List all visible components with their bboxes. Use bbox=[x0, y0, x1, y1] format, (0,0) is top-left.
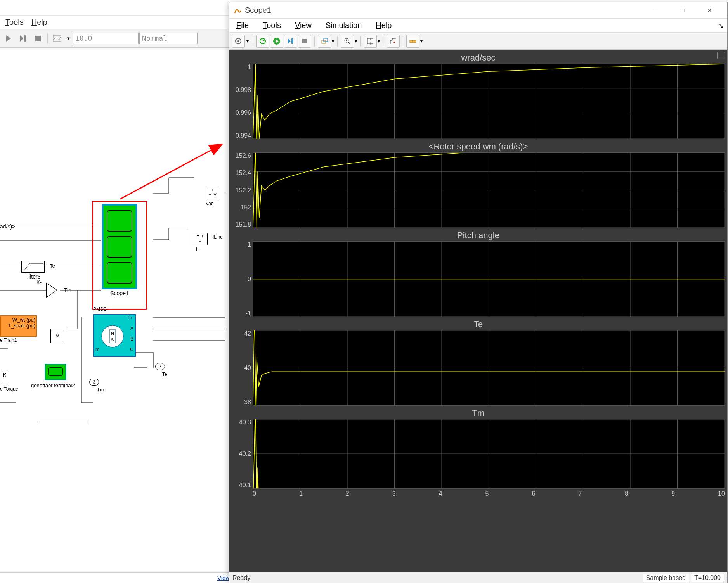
gen-terminal-block[interactable] bbox=[45, 364, 66, 380]
filter3-block[interactable]: Filter3 bbox=[21, 261, 45, 280]
scope-dropdown-icon[interactable]: ▾ bbox=[65, 31, 72, 45]
step-fwd-button[interactable] bbox=[284, 35, 297, 48]
play-button[interactable] bbox=[270, 35, 283, 48]
y-axis-0: 10.9980.9960.994 bbox=[232, 64, 253, 139]
svg-text:+: + bbox=[345, 38, 347, 42]
scope-statusbar: Ready Sample based T=10.000 bbox=[229, 572, 727, 583]
scope1-block[interactable] bbox=[102, 204, 137, 289]
scope-menu-help[interactable]: Help bbox=[372, 20, 395, 31]
zoom-button[interactable]: + bbox=[341, 35, 354, 48]
train-block[interactable]: W_wt (pu) T_shaft (pu) bbox=[0, 315, 37, 337]
pmsg-port-m: m bbox=[95, 347, 99, 352]
gain-block[interactable]: K- bbox=[46, 282, 57, 298]
status-time: T=10.000 bbox=[691, 574, 724, 582]
autoscale-button[interactable] bbox=[364, 35, 377, 48]
chart-box-4[interactable] bbox=[253, 419, 725, 489]
scope-menu-tools[interactable]: Tools bbox=[259, 20, 285, 31]
plot-title-2: Pitch angle bbox=[232, 229, 725, 241]
scope-titlebar[interactable]: Scope1 — □ ✕ bbox=[229, 2, 727, 19]
scope-toolbar: ▾ ▾ + ▾ ▾ ▾ bbox=[229, 33, 727, 50]
svg-rect-2 bbox=[24, 35, 26, 42]
plots-area: wrad/sec10.9980.9960.994<Rotor speed wm … bbox=[229, 50, 727, 572]
plot-2: Pitch angle10-1 bbox=[232, 229, 725, 317]
zoom-dropdown-icon[interactable]: ▾ bbox=[355, 38, 357, 44]
pmsg-port-tm: Tm bbox=[127, 315, 133, 320]
chart-box-3[interactable] bbox=[253, 330, 725, 406]
svg-rect-41 bbox=[410, 40, 416, 43]
plot-title-1: <Rotor speed wm (rad/s)> bbox=[232, 140, 725, 152]
svg-marker-0 bbox=[6, 35, 11, 42]
svg-rect-30 bbox=[291, 38, 293, 44]
stop-sim-button[interactable] bbox=[298, 35, 311, 48]
y-axis-1: 152.6152.4152.2152151.8 bbox=[232, 152, 253, 228]
status-sample: Sample based bbox=[643, 574, 689, 582]
out-port-2[interactable]: 2 bbox=[155, 363, 165, 370]
tm-out-label: Tm bbox=[97, 387, 104, 393]
y-axis-4: 40.340.240.1 bbox=[232, 419, 253, 489]
svg-line-35 bbox=[348, 42, 350, 44]
step-button[interactable] bbox=[16, 31, 30, 45]
menu-help[interactable]: Help bbox=[28, 17, 51, 28]
config-button[interactable] bbox=[232, 35, 245, 48]
y-axis-3: 424038 bbox=[232, 330, 253, 406]
plot-title-4: Tm bbox=[232, 407, 725, 419]
scope-menu-view[interactable]: View bbox=[291, 20, 315, 31]
scope-menu-chevron-icon[interactable]: ↘ bbox=[718, 21, 724, 30]
scope-view-button[interactable] bbox=[50, 31, 64, 45]
autoscale-dropdown-icon[interactable]: ▾ bbox=[378, 38, 380, 44]
menu-help-label: elp bbox=[37, 18, 47, 26]
stop-time-field[interactable] bbox=[73, 33, 139, 44]
stop-button[interactable] bbox=[31, 31, 45, 45]
svg-point-40 bbox=[393, 42, 395, 43]
menu-tools[interactable]: Tools bbox=[2, 17, 28, 28]
scope-menu-file[interactable]: File bbox=[232, 20, 253, 31]
highlight-dropdown-icon[interactable]: ▾ bbox=[332, 38, 334, 44]
sim-mode-field[interactable] bbox=[139, 33, 198, 44]
plot-title-0: wrad/sec bbox=[232, 51, 725, 64]
cursor-button[interactable] bbox=[387, 35, 400, 48]
pmsg-port-a: A bbox=[130, 326, 133, 331]
filter3-label: Filter3 bbox=[21, 273, 45, 280]
matlab-icon bbox=[233, 6, 242, 15]
scope-window: Scope1 — □ ✕ File Tools View Simulation … bbox=[229, 2, 728, 583]
scope-minimize-button[interactable]: — bbox=[642, 3, 669, 18]
chart-box-0[interactable] bbox=[253, 64, 725, 139]
measure-dropdown-icon[interactable]: ▾ bbox=[420, 38, 423, 44]
plot-4: Tm40.340.240.1 bbox=[232, 407, 725, 489]
pmsg-port-c: C bbox=[130, 347, 133, 352]
scope-menu-simulation[interactable]: Simulation bbox=[322, 20, 366, 31]
measure-button[interactable] bbox=[406, 35, 419, 48]
k-block[interactable]: K bbox=[0, 372, 9, 384]
out-port-3[interactable]: 3 bbox=[89, 379, 99, 386]
plot-1: <Rotor speed wm (rad/s)>152.6152.4152.21… bbox=[232, 140, 725, 228]
menu-tools-label: ools bbox=[9, 18, 24, 26]
svg-marker-29 bbox=[288, 38, 291, 44]
svg-line-21 bbox=[120, 145, 221, 199]
pmsg-label: PMSG bbox=[93, 306, 107, 312]
svg-rect-22 bbox=[233, 6, 242, 15]
product-block[interactable]: × bbox=[50, 329, 64, 343]
t-shaft-label: T_shaft (pu) bbox=[2, 323, 35, 329]
gen-terminal-label: genertaor terminal2 bbox=[31, 382, 75, 388]
il-meas-block[interactable]: + i− bbox=[192, 233, 208, 245]
highlight-button[interactable] bbox=[318, 35, 331, 48]
te-signal-label: Te bbox=[50, 263, 55, 269]
config-dropdown-icon[interactable]: ▾ bbox=[246, 38, 250, 44]
scope-maximize-button: □ bbox=[669, 3, 696, 18]
tm-signal-label: Tm bbox=[64, 287, 71, 293]
il-label: IL bbox=[196, 247, 200, 252]
chart-box-1[interactable] bbox=[253, 152, 725, 228]
svg-rect-31 bbox=[302, 39, 307, 43]
pmsg-block[interactable]: N S Tm A B C m bbox=[93, 314, 136, 357]
toolbar-separator bbox=[47, 33, 48, 44]
scope-close-button[interactable]: ✕ bbox=[696, 3, 723, 18]
svg-rect-3 bbox=[35, 36, 41, 41]
svg-text:N: N bbox=[111, 331, 114, 336]
chart-box-2[interactable] bbox=[253, 241, 725, 317]
iline-label: ILine bbox=[213, 234, 223, 240]
plot-3: Te424038 bbox=[232, 318, 725, 406]
run-button[interactable] bbox=[2, 31, 16, 45]
te-out-label: Te bbox=[162, 372, 167, 377]
restart-button[interactable] bbox=[256, 35, 269, 48]
plot-0: wrad/sec10.9980.9960.994 bbox=[232, 51, 725, 139]
